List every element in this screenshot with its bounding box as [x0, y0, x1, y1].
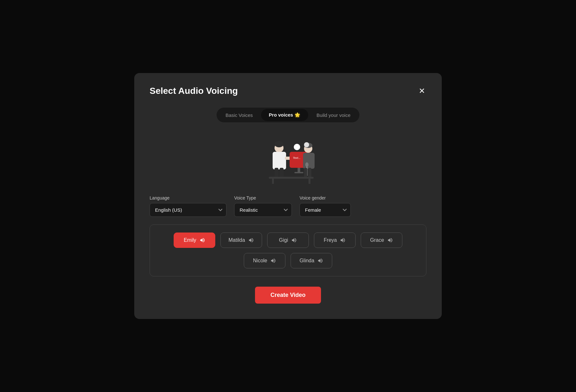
svg-rect-8: [298, 168, 300, 173]
voice-gigi-button[interactable]: Gigi: [267, 233, 309, 248]
svg-point-18: [304, 142, 309, 147]
voice-emily-button[interactable]: Emily: [174, 233, 215, 248]
language-filter-group: Language English (US) English (UK) Spani…: [150, 195, 226, 217]
voice-freya-button[interactable]: Freya: [314, 233, 356, 248]
gender-select[interactable]: Female Male Neutral: [300, 203, 351, 217]
create-button-container: Create Video: [150, 287, 426, 304]
gigi-label: Gigi: [279, 237, 288, 243]
svg-rect-15: [304, 168, 307, 177]
create-video-button[interactable]: Create Video: [255, 287, 321, 304]
svg-rect-20: [272, 178, 274, 184]
language-label: Language: [150, 195, 226, 200]
glinda-label: Glinda: [300, 258, 314, 264]
svg-rect-16: [308, 168, 311, 177]
close-icon: ✕: [419, 87, 425, 95]
svg-point-14: [305, 162, 309, 167]
svg-text:Text...: Text...: [293, 156, 300, 159]
modal-dialog: Select Audio Voicing ✕ Basic Voices Pro …: [134, 73, 442, 319]
svg-rect-9: [294, 172, 303, 173]
language-select[interactable]: English (US) English (UK) Spanish French…: [150, 203, 226, 217]
voices-grid: Emily Matilda Gigi: [150, 225, 426, 276]
matilda-label: Matilda: [228, 237, 245, 243]
voice-type-filter-group: Voice Type Realistic Standard Neural: [234, 195, 292, 217]
svg-point-17: [294, 144, 300, 150]
tab-basic-voices[interactable]: Basic Voices: [218, 109, 260, 121]
svg-point-1: [275, 141, 284, 147]
tts-illustration: Text...: [256, 133, 320, 184]
emily-label: Emily: [184, 237, 196, 243]
close-button[interactable]: ✕: [417, 86, 426, 96]
emily-speaker-icon: [200, 237, 205, 243]
svg-rect-19: [269, 177, 314, 179]
gender-filter-group: Voice gender Female Male Neutral: [300, 195, 351, 217]
modal-title: Select Audio Voicing: [150, 86, 238, 96]
voice-matilda-button[interactable]: Matilda: [220, 233, 262, 248]
glinda-speaker-icon: [317, 258, 323, 264]
svg-rect-21: [309, 178, 310, 184]
voice-glinda-button[interactable]: Glinda: [291, 253, 332, 268]
illustration-container: Text...: [150, 133, 426, 184]
grace-label: Grace: [370, 237, 384, 243]
tab-build-voice[interactable]: Build your voice: [309, 109, 358, 121]
tabs-container: Basic Voices Pro voices 🌟 Build your voi…: [150, 108, 426, 122]
svg-rect-2: [273, 152, 286, 169]
freya-label: Freya: [324, 237, 337, 243]
gender-label: Voice gender: [300, 195, 351, 200]
svg-rect-5: [280, 168, 284, 177]
svg-rect-4: [275, 168, 278, 177]
grace-speaker-icon: [387, 237, 393, 243]
tab-group: Basic Voices Pro voices 🌟 Build your voi…: [217, 108, 359, 122]
tab-pro-voices[interactable]: Pro voices 🌟: [261, 109, 308, 121]
nicole-speaker-icon: [270, 258, 276, 264]
modal-header: Select Audio Voicing ✕: [150, 86, 426, 96]
modal-overlay: Select Audio Voicing ✕ Basic Voices Pro …: [0, 0, 576, 392]
nicole-label: Nicole: [253, 258, 267, 264]
voices-row-2: Nicole Glinda: [158, 253, 418, 268]
voice-type-select[interactable]: Realistic Standard Neural: [234, 203, 292, 217]
freya-speaker-icon: [340, 237, 346, 243]
svg-rect-12: [303, 153, 315, 169]
voice-grace-button[interactable]: Grace: [361, 233, 402, 248]
gigi-speaker-icon: [291, 237, 297, 243]
voice-nicole-button[interactable]: Nicole: [244, 253, 285, 268]
voices-row-1: Emily Matilda Gigi: [158, 233, 418, 248]
matilda-speaker-icon: [248, 237, 254, 243]
voice-type-label: Voice Type: [234, 195, 292, 200]
filters-row: Language English (US) English (UK) Spani…: [150, 195, 426, 217]
